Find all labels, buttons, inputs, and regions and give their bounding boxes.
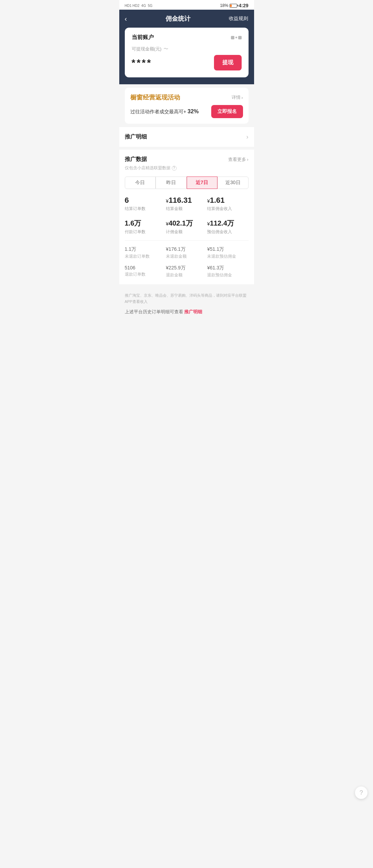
data-more-link[interactable]: 查看更多 › — [228, 156, 248, 163]
refund-amount-label: 退款金额 — [166, 272, 207, 278]
sub-stat-refund-commission: ¥61.3万 退款预估佣金 — [207, 265, 248, 278]
battery-icon — [230, 4, 237, 8]
commission-amount-label: 计佣金额 — [166, 229, 207, 235]
promo-bottom: 过往活动作者成交最高可+ 32% 立即报名 — [130, 105, 243, 118]
battery-level: 18% — [220, 3, 228, 8]
nonrefund-amount-label: 未退款金额 — [166, 254, 207, 259]
stat-commission-amount: ¥402.1万 计佣金额 — [166, 219, 207, 235]
withdraw-button[interactable]: 提现 — [214, 55, 242, 70]
balance-label: 可提现金额(元) 〜 — [132, 46, 242, 52]
promo-detail-label: 推广明细 — [125, 133, 147, 141]
settled-commission-value: ¥1.61 — [207, 196, 248, 205]
balance-row: **** 提现 — [132, 55, 242, 70]
balance-amount: **** — [132, 57, 152, 68]
data-title: 推广数据 — [125, 156, 147, 163]
tab-30days[interactable]: 近30日 — [217, 177, 249, 189]
data-header: 推广数据 查看更多 › — [125, 156, 249, 163]
sub-stat-nonrefund-orders: 1.1万 未退款订单数 — [125, 246, 166, 259]
settled-orders-label: 结算订单数 — [125, 206, 166, 212]
promo-banner: 橱窗经营返现活动 详情 › 过往活动作者成交最高可+ 32% 立即报名 — [125, 88, 249, 124]
revenue-rules-link[interactable]: 收益规则 — [229, 16, 248, 22]
help-icon[interactable]: ? — [172, 166, 177, 171]
paid-orders-value: 1.6万 — [125, 219, 166, 228]
refund-amount-value: ¥225.9万 — [166, 265, 207, 271]
paid-orders-label: 付款订单数 — [125, 229, 166, 235]
sub-stat-refund-amount: ¥225.9万 退款金额 — [166, 265, 207, 278]
date-tabs: 今日 昨日 近7日 近30日 — [125, 177, 249, 189]
footer-link-row: 上述平台历史订单明细可查看 推广明细 — [119, 307, 254, 322]
sub-stats-grid: 1.1万 未退款订单数 ¥176.1万 未退款金额 ¥51.1万 未退款预估佣金… — [125, 240, 249, 278]
nonrefund-amount-value: ¥176.1万 — [166, 246, 207, 252]
nonrefund-commission-label: 未退款预估佣金 — [207, 254, 248, 259]
account-card: 当前账户 可提现金额(元) 〜 **** 提现 — [125, 28, 249, 77]
refund-orders-label: 退款订单数 — [125, 271, 166, 277]
back-button[interactable]: ‹ — [125, 15, 127, 23]
sub-stat-nonrefund-amount: ¥176.1万 未退款金额 — [166, 246, 207, 259]
eye-icon[interactable]: 〜 — [164, 46, 168, 52]
tab-today[interactable]: 今日 — [125, 177, 156, 189]
refund-orders-value: 5106 — [125, 265, 166, 270]
main-stats-grid: 6 结算订单数 ¥116.31 结算金额 ¥1.61 结算佣金收入 1.6万 付… — [125, 196, 249, 235]
footer-note: 推广淘宝、京东、唯品会、苏宁易购、洋码头等商品，请到对应平台联盟APP查看收入 — [119, 287, 254, 307]
stat-estimated-commission: ¥112.4万 预估佣金收入 — [207, 219, 248, 235]
data-subtitle: 仅包含小店精选联盟数据 ? — [125, 165, 249, 171]
refund-commission-value: ¥61.3万 — [207, 265, 248, 271]
account-qr-icon[interactable] — [231, 36, 242, 39]
data-section: 推广数据 查看更多 › 仅包含小店精选联盟数据 ? 今日 昨日 近7日 近30日… — [119, 150, 254, 284]
promo-title: 橱窗经营返现活动 — [130, 93, 180, 102]
status-bar: HD1 HD2 4G 5G 18% 4:29 — [119, 0, 254, 10]
stat-settled-commission: ¥1.61 结算佣金收入 — [207, 196, 248, 212]
promo-top: 橱窗经营返现活动 详情 › — [130, 93, 243, 102]
footer-promo-link[interactable]: 推广明细 — [184, 309, 202, 314]
estimated-commission-label: 预估佣金收入 — [207, 229, 248, 235]
account-header: 当前账户 — [132, 34, 242, 41]
page-title: 佣金统计 — [166, 15, 190, 23]
commission-amount-value: ¥402.1万 — [166, 219, 207, 228]
promo-detail-section[interactable]: 推广明细 › — [119, 127, 254, 147]
stat-settled-orders: 6 结算订单数 — [125, 196, 166, 212]
settled-amount-value: ¥116.31 — [166, 196, 207, 205]
signup-button[interactable]: 立即报名 — [211, 105, 243, 118]
stat-paid-orders: 1.6万 付款订单数 — [125, 219, 166, 235]
nav-header: ‹ 佣金统计 收益规则 — [119, 10, 254, 28]
time-display: 4:29 — [239, 3, 248, 8]
estimated-commission-value: ¥112.4万 — [207, 219, 248, 228]
promo-desc: 过往活动作者成交最高可+ 32% — [130, 108, 199, 115]
stat-settled-amount: ¥116.31 结算金额 — [166, 196, 207, 212]
sub-stat-refund-orders: 5106 退款订单数 — [125, 265, 166, 278]
settled-commission-label: 结算佣金收入 — [207, 206, 248, 212]
chevron-right-icon: › — [246, 133, 249, 141]
settled-amount-label: 结算金额 — [166, 206, 207, 212]
settled-orders-value: 6 — [125, 196, 166, 205]
status-right: 18% 4:29 — [220, 3, 248, 8]
tab-yesterday[interactable]: 昨日 — [156, 177, 187, 189]
carrier-signal: HD1 HD2 4G 5G — [125, 4, 153, 8]
account-title: 当前账户 — [132, 34, 154, 41]
promo-detail-link[interactable]: 详情 › — [232, 94, 243, 101]
tab-7days[interactable]: 近7日 — [187, 177, 218, 189]
nonrefund-commission-value: ¥51.1万 — [207, 246, 248, 252]
nonrefund-orders-label: 未退款订单数 — [125, 254, 166, 259]
sub-stat-nonrefund-commission: ¥51.1万 未退款预估佣金 — [207, 246, 248, 259]
refund-commission-label: 退款预估佣金 — [207, 272, 248, 278]
nonrefund-orders-value: 1.1万 — [125, 246, 166, 252]
account-card-bg: 当前账户 可提现金额(元) 〜 **** 提现 — [119, 28, 254, 84]
